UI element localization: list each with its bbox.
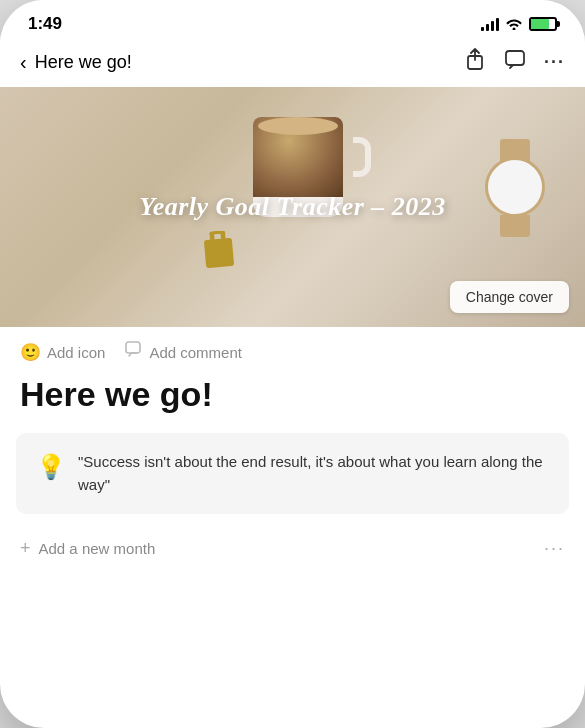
signal-icon: [481, 17, 499, 31]
nav-left: ‹ Here we go!: [20, 51, 132, 74]
change-cover-button[interactable]: Change cover: [450, 281, 569, 313]
add-month-button[interactable]: + Add a new month: [20, 538, 155, 559]
nav-title: Here we go!: [35, 52, 132, 73]
status-time: 1:49: [28, 14, 62, 34]
comment-icon: [125, 341, 143, 364]
plus-icon: +: [20, 538, 31, 559]
add-comment-label: Add comment: [149, 344, 242, 361]
back-button[interactable]: ‹: [20, 51, 27, 74]
add-comment-button[interactable]: Add comment: [125, 341, 242, 364]
comment-button[interactable]: [504, 49, 526, 76]
add-month-label: Add a new month: [39, 540, 156, 557]
add-icon-button[interactable]: 🙂 Add icon: [20, 342, 105, 363]
svg-rect-2: [126, 342, 140, 353]
cover-image: Yearly Goal Tracker – 2023 Change cover: [0, 87, 585, 327]
page-title: Here we go!: [20, 376, 565, 413]
cover-title: Yearly Goal Tracker – 2023: [139, 192, 446, 222]
status-bar: 1:49: [0, 0, 585, 40]
wifi-icon: [505, 16, 523, 33]
phone-frame: 1:49 ‹ Here we: [0, 0, 585, 728]
more-options-button[interactable]: ···: [544, 52, 565, 73]
cover-watch-decoration: [475, 137, 555, 237]
svg-rect-1: [506, 51, 524, 65]
emoji-icon: 🙂: [20, 342, 41, 363]
actions-row: 🙂 Add icon Add comment: [0, 327, 585, 372]
add-icon-label: Add icon: [47, 344, 105, 361]
battery-icon: [529, 17, 557, 31]
nav-right: ···: [464, 48, 565, 77]
cover-clip-decoration: [204, 238, 234, 268]
add-month-row: + Add a new month ···: [0, 522, 585, 575]
status-icons: [481, 16, 557, 33]
page-title-section: Here we go!: [0, 372, 585, 425]
share-button[interactable]: [464, 48, 486, 77]
nav-bar: ‹ Here we go! ···: [0, 40, 585, 87]
row-more-button[interactable]: ···: [544, 538, 565, 559]
quote-text: "Success isn't about the end result, it'…: [78, 451, 549, 496]
quote-block: 💡 "Success isn't about the end result, i…: [16, 433, 569, 514]
lightbulb-icon: 💡: [36, 453, 66, 481]
